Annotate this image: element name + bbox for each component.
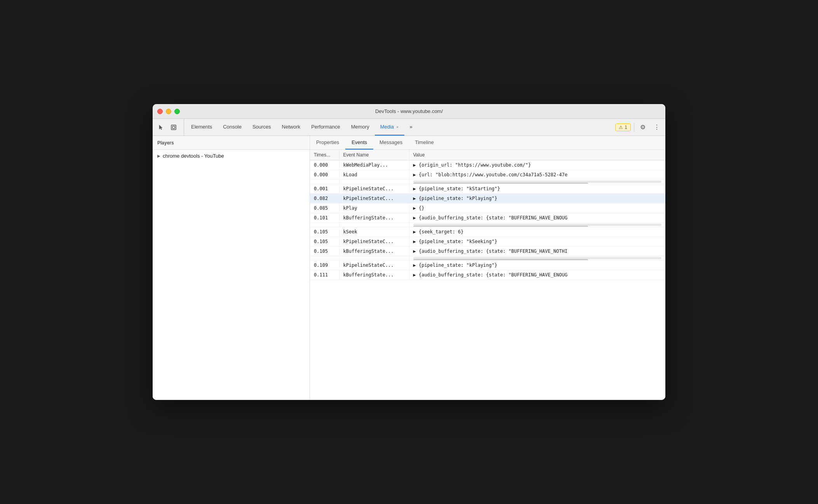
layers-icon[interactable] [168, 122, 179, 133]
sidebar: Players ▶ chrome devtools - YouTube [153, 136, 310, 400]
horizontal-scrollbar[interactable] [409, 180, 665, 184]
titlebar: DevTools - www.youtube.com/ [153, 104, 665, 119]
col-header-timestamp[interactable]: Times... [310, 150, 339, 160]
tab-network[interactable]: Network [277, 119, 306, 136]
tab-events[interactable]: Events [345, 136, 373, 149]
more-tabs-button[interactable]: » [404, 119, 418, 136]
main-content: Players ▶ chrome devtools - YouTube Prop… [153, 136, 665, 400]
player-label: chrome devtools - YouTube [163, 153, 224, 159]
timestamp-cell: 0.105 [310, 227, 339, 237]
maximize-button[interactable] [174, 109, 180, 114]
event-name-cell: kWebMediaPlay... [339, 160, 409, 170]
value-cell: ▶ {audio_buffering_state: {state: "BUFFE… [409, 247, 665, 256]
event-name-cell: kPipelineStateC... [339, 261, 409, 270]
table-row[interactable]: 0.001kPipelineStateC...▶ {pipeline_state… [310, 184, 665, 194]
warning-badge[interactable]: ⚠ 1 [615, 123, 631, 131]
table-row[interactable]: 0.105kBufferingState...▶ {audio_bufferin… [310, 247, 665, 256]
event-name-cell: kPipelineStateC... [339, 237, 409, 247]
value-cell: ▶ {origin_url: "https://www.youtube.com/… [409, 160, 665, 170]
events-table: Times... Event Name Value 0.000kWebMedia… [310, 150, 665, 280]
tab-media-close[interactable]: × [396, 125, 399, 129]
timestamp-cell: 0.109 [310, 261, 339, 270]
event-name-cell: kPlay [339, 203, 409, 213]
events-table-container[interactable]: Times... Event Name Value 0.000kWebMedia… [310, 150, 665, 400]
value-cell: ▶ {pipeline_state: "kSeeking"} [409, 237, 665, 247]
tab-console[interactable]: Console [218, 119, 247, 136]
event-name-cell: kBufferingState... [339, 270, 409, 280]
sidebar-header: Players [153, 136, 310, 150]
expand-arrow-icon: ▶ [157, 154, 160, 158]
content-panel: Properties Events Messages Timeline Ti [310, 136, 665, 400]
tab-sources[interactable]: Sources [247, 119, 277, 136]
warning-icon: ⚠ [619, 125, 623, 130]
table-row[interactable]: 0.082kPipelineStateC...▶ {pipeline_state… [310, 194, 665, 203]
timestamp-cell: 0.000 [310, 160, 339, 170]
tab-performance[interactable]: Performance [306, 119, 345, 136]
col-header-eventname[interactable]: Event Name [339, 150, 409, 160]
horizontal-scrollbar[interactable] [409, 223, 665, 227]
table-row[interactable]: 0.000kWebMediaPlay...▶ {origin_url: "htt… [310, 160, 665, 170]
toolbar-right: ⚠ 1 ⚙ ⋮ [612, 119, 662, 136]
more-options-icon[interactable]: ⋮ [651, 122, 662, 133]
minimize-button[interactable] [166, 109, 171, 114]
event-name-cell: kBufferingState... [339, 247, 409, 256]
devtools-window: DevTools - www.youtube.com/ Elements Con [153, 104, 665, 400]
player-item[interactable]: ▶ chrome devtools - YouTube [153, 150, 310, 162]
traffic-lights [157, 109, 180, 114]
timestamp-cell: 0.105 [310, 247, 339, 256]
tab-memory[interactable]: Memory [346, 119, 375, 136]
value-cell: ▶ {pipeline_state: "kPlaying"} [409, 261, 665, 270]
tab-timeline[interactable]: Timeline [409, 136, 440, 149]
timestamp-cell: 0.085 [310, 203, 339, 213]
event-name-cell: kPipelineStateC... [339, 184, 409, 194]
cursor-icon[interactable] [156, 122, 167, 133]
event-name-cell: kLoad [339, 170, 409, 180]
table-row[interactable]: 0.109kPipelineStateC...▶ {pipeline_state… [310, 261, 665, 270]
tab-elements[interactable]: Elements [186, 119, 218, 136]
window-title: DevTools - www.youtube.com/ [375, 108, 443, 114]
tab-messages[interactable]: Messages [373, 136, 409, 149]
value-cell: ▶ {url: "blob:https://www.youtube.com/c3… [409, 170, 665, 180]
value-cell: ▶ {} [409, 203, 665, 213]
col-header-value[interactable]: Value [409, 150, 665, 160]
toolbar-icons [156, 119, 184, 136]
timestamp-cell: 0.000 [310, 170, 339, 180]
event-name-cell: kSeek [339, 227, 409, 237]
value-cell: ▶ {pipeline_state: "kStarting"} [409, 184, 665, 194]
timestamp-cell: 0.001 [310, 184, 339, 194]
svg-rect-1 [172, 126, 175, 129]
toolbar: Elements Console Sources Network Perform… [153, 119, 665, 136]
tab-media[interactable]: Media × [375, 119, 404, 136]
table-row[interactable]: 0.105kSeek▶ {seek_target: 6} [310, 227, 665, 237]
close-button[interactable] [157, 109, 163, 114]
tab-properties[interactable]: Properties [310, 136, 345, 149]
horizontal-scrollbar[interactable] [409, 256, 665, 261]
warning-count: 1 [625, 125, 627, 130]
timestamp-cell: 0.082 [310, 194, 339, 203]
timestamp-cell: 0.111 [310, 270, 339, 280]
scrollbar-row [310, 256, 665, 261]
table-row[interactable]: 0.101kBufferingState...▶ {audio_bufferin… [310, 213, 665, 223]
table-row[interactable]: 0.111kBufferingState...▶ {audio_bufferin… [310, 270, 665, 280]
table-header-row: Times... Event Name Value [310, 150, 665, 160]
table-row[interactable]: 0.085kPlay▶ {} [310, 203, 665, 213]
timestamp-cell: 0.101 [310, 213, 339, 223]
table-row[interactable]: 0.000kLoad▶ {url: "blob:https://www.yout… [310, 170, 665, 180]
content-tabs: Properties Events Messages Timeline [310, 136, 665, 150]
value-cell: ▶ {pipeline_state: "kPlaying"} [409, 194, 665, 203]
divider [634, 123, 634, 132]
value-cell: ▶ {seek_target: 6} [409, 227, 665, 237]
nav-tabs: Elements Console Sources Network Perform… [186, 119, 612, 136]
value-cell: ▶ {audio_buffering_state: {state: "BUFFE… [409, 270, 665, 280]
svg-rect-0 [171, 125, 176, 130]
scrollbar-row [310, 223, 665, 227]
event-name-cell: kBufferingState... [339, 213, 409, 223]
table-row[interactable]: 0.105kPipelineStateC...▶ {pipeline_state… [310, 237, 665, 247]
value-cell: ▶ {audio_buffering_state: {state: "BUFFE… [409, 213, 665, 223]
event-name-cell: kPipelineStateC... [339, 194, 409, 203]
scrollbar-row [310, 180, 665, 184]
timestamp-cell: 0.105 [310, 237, 339, 247]
settings-icon[interactable]: ⚙ [637, 122, 648, 133]
